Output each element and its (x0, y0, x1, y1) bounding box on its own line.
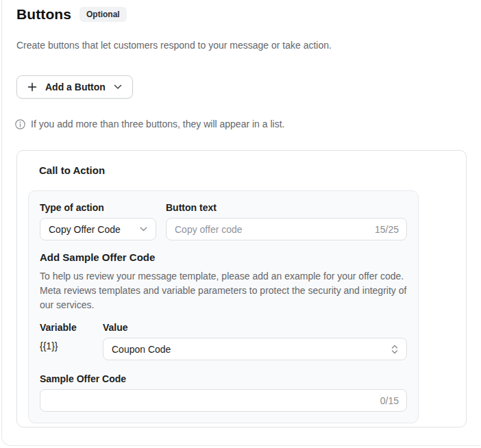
chevron-down-icon (140, 227, 147, 232)
chevron-down-icon (114, 84, 122, 90)
variable-label: Variable (40, 322, 93, 334)
optional-badge: Optional (79, 7, 127, 22)
sample-section-title: Add Sample Offer Code (40, 251, 407, 263)
type-of-action-field: Type of action Copy Offer Code (40, 202, 156, 240)
button-text-field: Button text 15/25 (166, 202, 407, 240)
variable-row: Variable {{1}} Value Coupon Code (40, 322, 407, 360)
button-config-panel: Type of action Copy Offer Code Button te… (28, 190, 419, 423)
add-a-button-button[interactable]: Add a Button (16, 75, 133, 99)
page-title: Buttons (16, 6, 71, 23)
sample-section-description: To help us review your message template,… (40, 269, 407, 312)
type-of-action-value: Copy Offer Code (49, 224, 121, 235)
type-of-action-label: Type of action (40, 202, 156, 214)
button-text-label: Button text (166, 202, 407, 214)
value-label: Value (103, 322, 407, 334)
sample-offer-code-input[interactable] (40, 389, 407, 412)
card-title: Call to Action (39, 164, 105, 176)
value-field: Value Coupon Code (103, 322, 407, 360)
action-row: Type of action Copy Offer Code Button te… (40, 202, 407, 240)
select-arrows-icon (391, 345, 398, 354)
info-icon (15, 119, 25, 129)
type-of-action-select[interactable]: Copy Offer Code (40, 218, 156, 240)
variable-token: {{1}} (40, 340, 93, 351)
buttons-settings-page: Buttons Optional Create buttons that let… (0, 0, 481, 448)
call-to-action-card: Call to Action Type of action Copy Offer… (16, 150, 467, 427)
info-note: If you add more than three buttons, they… (15, 119, 284, 129)
page-description: Create buttons that let customers respon… (16, 38, 332, 52)
value-select[interactable]: Coupon Code (103, 338, 407, 360)
button-text-input[interactable] (166, 218, 407, 240)
info-text: If you add more than three buttons, they… (31, 119, 284, 129)
plus-icon (27, 82, 37, 92)
page-header: Buttons Optional (16, 6, 127, 23)
value-select-value: Coupon Code (112, 344, 171, 355)
sample-offer-code-label: Sample Offer Code (40, 373, 407, 385)
variable-field: Variable {{1}} (40, 322, 93, 360)
remove-button[interactable]: − (435, 444, 452, 448)
add-a-button-label: Add a Button (45, 82, 106, 92)
